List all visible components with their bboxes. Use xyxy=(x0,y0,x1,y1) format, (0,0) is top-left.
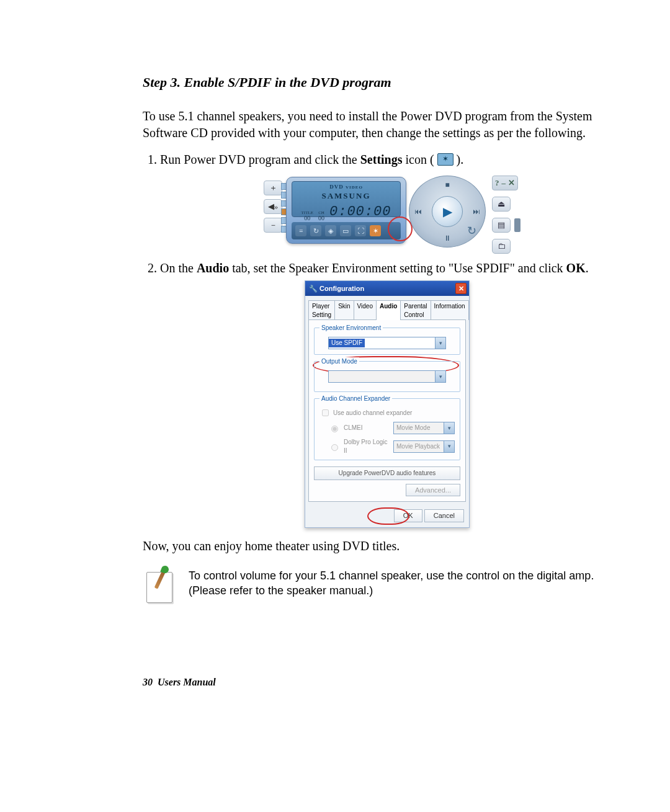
tab-video[interactable]: Video xyxy=(354,300,377,320)
dialog-actions: OK Cancel xyxy=(305,506,469,527)
next-icon[interactable]: ⏭ xyxy=(473,207,480,216)
text: icon ( xyxy=(403,153,437,166)
dolby-select: Movie Playback▾ xyxy=(393,440,455,453)
group-title: Output Mode xyxy=(319,357,359,366)
player-lcd: DVD VIDEO SAMSUNG TITLE 00 CH 00 xyxy=(292,181,401,217)
settings-icon xyxy=(437,153,453,166)
red-oval-callout xyxy=(367,507,409,525)
transport-wheel[interactable]: ■ ⏮ ⏭ ⏸ ↻ ▶ xyxy=(409,176,486,248)
volume-button[interactable]: ◀» xyxy=(264,199,282,214)
footer-label: Users Manual xyxy=(158,677,216,687)
close-icon[interactable]: ✕ xyxy=(455,283,467,294)
tab-skin[interactable]: Skin xyxy=(334,300,354,320)
ok-word: OK xyxy=(566,261,586,275)
instruction-2: On the Audio tab, set the Speaker Enviro… xyxy=(160,260,614,528)
clmei-select: Movie Mode▾ xyxy=(393,422,455,434)
minimize-icon[interactable]: – xyxy=(502,177,506,189)
time-display: 0:00:00 xyxy=(329,203,391,221)
speaker-environment-group: Speaker Environment Use SPDIF ▾ xyxy=(314,328,460,355)
intro-paragraph: To use 5.1 channel speakers, you need to… xyxy=(143,108,614,141)
window-controls: ? – ✕ xyxy=(492,176,518,190)
text: Run Power DVD program and click the xyxy=(160,153,360,166)
page-footer: 30 Users Manual xyxy=(143,677,216,688)
speaker-environment-value: Use SPDIF xyxy=(329,339,365,347)
note-block: To control volume for your 5.1 channel s… xyxy=(143,568,614,603)
radio-dolby[interactable] xyxy=(331,444,338,451)
prev-icon[interactable]: ⏮ xyxy=(414,207,422,216)
text: ). xyxy=(453,153,464,166)
drag-handle-icon[interactable] xyxy=(514,218,520,232)
output-mode-select: ▾ xyxy=(328,370,446,383)
upgrade-button[interactable]: Upgrade PowerDVD audio features xyxy=(314,466,460,480)
settings-icon[interactable]: ✶ xyxy=(370,225,381,236)
instruction-1: Run Power DVD program and click the Sett… xyxy=(160,151,614,249)
group-title: Speaker Environment xyxy=(319,324,383,332)
configuration-dialog: 🔧 Configuration ✕ Player Setting Skin Vi… xyxy=(305,280,470,528)
play-button[interactable]: ▶ xyxy=(432,196,463,227)
tab-parental-control[interactable]: Parental Control xyxy=(400,300,431,320)
cancel-button[interactable]: Cancel xyxy=(424,509,464,522)
refresh-icon[interactable]: ↻ xyxy=(467,223,476,238)
text: On the xyxy=(160,261,197,275)
page-number: 30 xyxy=(143,677,153,687)
audio-word: Audio xyxy=(197,261,229,275)
player-bottom-bar: ≡ ↻ ◈ ▭ ⛶ ✶ xyxy=(292,222,401,239)
eject-icon[interactable]: ⏏ xyxy=(492,197,511,212)
fullscreen-icon[interactable]: ⛶ xyxy=(355,225,366,236)
open-icon[interactable]: 🗀 xyxy=(492,239,511,254)
tab-player-setting[interactable]: Player Setting xyxy=(308,300,335,320)
text: tab, set the Speaker Environment setting… xyxy=(229,261,566,275)
radio-label: Dolby Pro Logic II xyxy=(344,438,390,455)
page: Step 3. Enable S/PDIF in the DVD program… xyxy=(0,0,670,812)
use-ace-checkbox[interactable]: Use audio channel expander xyxy=(319,408,455,418)
checkbox-input[interactable] xyxy=(322,409,329,416)
right-buttons: ? – ✕ ⏏ ▤ 🗀 xyxy=(492,176,520,254)
checkbox-label: Use audio channel expander xyxy=(333,409,412,417)
capture-icon[interactable]: ▭ xyxy=(340,225,351,236)
repeat-icon[interactable]: ↻ xyxy=(310,225,321,236)
tab-panel-audio: Speaker Environment Use SPDIF ▾ Output M… xyxy=(308,319,466,502)
ace-row-clmei: CLMEI Movie Mode▾ xyxy=(319,422,455,434)
plus-button[interactable]: ＋ xyxy=(264,181,282,195)
dvd-logo: DVD VIDEO xyxy=(292,183,400,190)
playlist-icon[interactable]: ▤ xyxy=(492,218,511,233)
step-title: Step 3. Enable S/PDIF in the DVD program xyxy=(143,74,614,91)
powerdvd-player-screenshot: ＋ ◀» － DVD VIDEO SAMSUNG T xyxy=(254,174,520,249)
pause-icon[interactable]: ⏸ xyxy=(444,233,451,243)
brand-label: SAMSUNG xyxy=(292,190,400,202)
radio-clmei[interactable] xyxy=(331,426,338,432)
minus-button[interactable]: － xyxy=(264,218,282,233)
advanced-button: Advanced... xyxy=(406,484,460,497)
close-icon[interactable]: ✕ xyxy=(508,177,515,189)
chevron-down-icon: ▾ xyxy=(444,422,454,434)
text: . xyxy=(586,261,589,275)
note-icon xyxy=(146,568,176,603)
menu-icon[interactable]: ≡ xyxy=(295,225,306,236)
stop-icon[interactable]: ■ xyxy=(445,180,449,190)
audio-channel-expander-group: Audio Channel Expander Use audio channel… xyxy=(314,398,460,460)
chevron-down-icon: ▾ xyxy=(444,441,454,452)
outro-paragraph: Now, you can enjoy home theater using DV… xyxy=(143,539,614,553)
dialog-titlebar: 🔧 Configuration ✕ xyxy=(305,281,469,296)
timer-row: TITLE 00 CH 00 0:00:00 xyxy=(292,203,400,221)
instruction-list: Run Power DVD program and click the Sett… xyxy=(143,151,614,528)
angle-icon[interactable]: ◈ xyxy=(325,225,336,236)
help-icon[interactable]: ? xyxy=(495,177,499,189)
chevron-down-icon: ▾ xyxy=(435,371,445,382)
chevron-down-icon[interactable]: ▾ xyxy=(435,337,445,349)
speaker-environment-select[interactable]: Use SPDIF ▾ xyxy=(328,337,446,349)
group-title: Audio Channel Expander xyxy=(319,395,392,403)
note-text: To control volume for your 5.1 channel s… xyxy=(189,568,614,599)
tab-information[interactable]: Information xyxy=(431,300,469,320)
settings-word: Settings xyxy=(360,153,403,166)
radio-label: CLMEI xyxy=(344,424,390,432)
output-mode-group: Output Mode ▾ xyxy=(314,361,460,392)
dialog-title-text: 🔧 Configuration xyxy=(309,284,364,293)
tab-audio[interactable]: Audio xyxy=(376,300,401,320)
tab-strip: Player Setting Skin Video Audio Parental… xyxy=(305,296,469,319)
ace-row-dolby: Dolby Pro Logic II Movie Playback▾ xyxy=(319,438,455,455)
red-circle-callout xyxy=(388,216,413,241)
